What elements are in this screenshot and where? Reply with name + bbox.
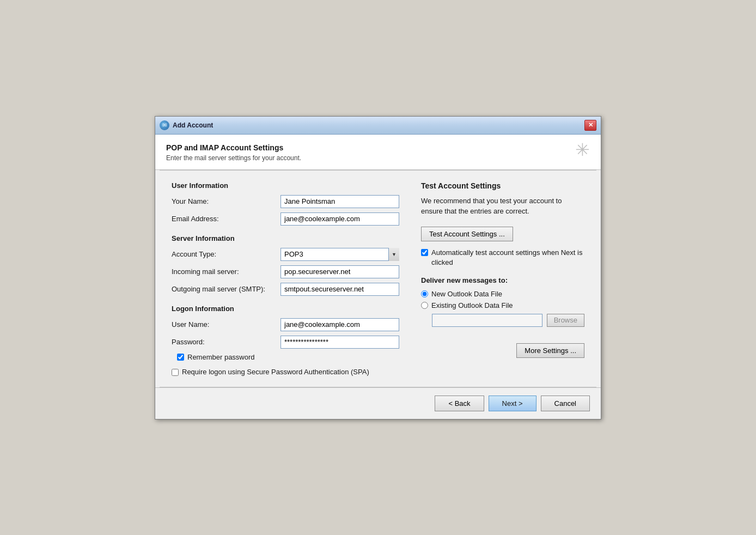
- footer: < Back Next > Cancel: [155, 387, 601, 419]
- new-file-radio-row: New Outlook Data File: [421, 290, 584, 298]
- password-label: Password:: [172, 338, 281, 346]
- password-row: Password:: [172, 336, 399, 349]
- header-title: POP and IMAP Account Settings: [166, 143, 301, 152]
- existing-file-radio-row: Existing Outlook Data File: [421, 301, 584, 309]
- header-text: POP and IMAP Account Settings Enter the …: [166, 143, 301, 162]
- left-panel: User Information Your Name: Email Addres…: [172, 181, 399, 376]
- main-content: User Information Your Name: Email Addres…: [155, 171, 601, 387]
- more-settings-row: More Settings ...: [421, 343, 584, 358]
- email-label: Email Address:: [172, 215, 281, 223]
- outgoing-server-row: Outgoing mail server (SMTP):: [172, 283, 399, 296]
- next-button[interactable]: Next >: [489, 396, 536, 411]
- your-name-row: Your Name:: [172, 195, 399, 208]
- auto-test-label: Automatically test account settings when…: [431, 248, 584, 268]
- incoming-server-label: Incoming mail server:: [172, 268, 281, 276]
- close-button[interactable]: ✕: [584, 120, 596, 131]
- user-info-title: User Information: [172, 181, 399, 190]
- incoming-server-row: Incoming mail server:: [172, 265, 399, 278]
- spa-label: Require logon using Secure Password Auth…: [182, 368, 369, 376]
- incoming-server-input[interactable]: [281, 265, 399, 278]
- deliver-title: Deliver new messages to:: [421, 276, 584, 284]
- back-button[interactable]: < Back: [435, 396, 484, 411]
- right-panel: Test Account Settings We recommend that …: [421, 181, 584, 376]
- remember-password-checkbox[interactable]: [177, 354, 184, 361]
- window-icon: ✉: [160, 120, 169, 130]
- username-input[interactable]: [281, 318, 399, 331]
- username-row: User Name:: [172, 318, 399, 331]
- test-description: We recommend that you test your account …: [421, 196, 584, 217]
- account-type-wrapper: POP3 IMAP ▼: [281, 248, 399, 261]
- window-title: Add Account: [173, 121, 213, 129]
- titlebar: ✉ Add Account ✕: [155, 117, 601, 135]
- more-settings-button[interactable]: More Settings ...: [516, 343, 584, 358]
- add-account-window: ✉ Add Account ✕ POP and IMAP Account Set…: [155, 116, 601, 420]
- account-type-row: Account Type: POP3 IMAP ▼: [172, 248, 399, 261]
- browse-row: Browse: [432, 314, 584, 327]
- cursor-icon: ✳: [575, 141, 590, 159]
- existing-file-label: Existing Outlook Data File: [431, 301, 513, 309]
- email-input[interactable]: [281, 212, 399, 226]
- new-file-radio[interactable]: [421, 290, 428, 297]
- password-input[interactable]: [281, 336, 399, 349]
- spa-row: Require logon using Secure Password Auth…: [172, 368, 399, 376]
- browse-button[interactable]: Browse: [547, 314, 584, 327]
- email-row: Email Address:: [172, 212, 399, 226]
- outgoing-server-label: Outgoing mail server (SMTP):: [172, 285, 281, 293]
- username-label: User Name:: [172, 320, 281, 329]
- spa-checkbox[interactable]: [172, 369, 179, 376]
- auto-test-row: Automatically test account settings when…: [421, 248, 584, 268]
- outgoing-server-input[interactable]: [281, 283, 399, 296]
- account-type-label: Account Type:: [172, 250, 281, 258]
- your-name-input[interactable]: [281, 195, 399, 208]
- browse-input[interactable]: [432, 314, 542, 327]
- account-type-select[interactable]: POP3 IMAP: [281, 248, 399, 261]
- test-section-title: Test Account Settings: [421, 181, 584, 190]
- header-subtitle: Enter the mail server settings for your …: [166, 154, 301, 162]
- header-section: POP and IMAP Account Settings Enter the …: [155, 135, 601, 170]
- existing-file-radio[interactable]: [421, 302, 428, 309]
- titlebar-left: ✉ Add Account: [160, 120, 213, 130]
- test-account-button[interactable]: Test Account Settings ...: [421, 227, 513, 241]
- new-file-label: New Outlook Data File: [431, 290, 502, 298]
- auto-test-checkbox[interactable]: [421, 249, 428, 256]
- logon-info-title: Logon Information: [172, 305, 399, 313]
- server-info-title: Server Information: [172, 234, 399, 242]
- remember-password-label: Remember password: [187, 353, 255, 361]
- cancel-button[interactable]: Cancel: [541, 396, 590, 411]
- your-name-label: Your Name:: [172, 197, 281, 205]
- remember-password-row: Remember password: [177, 353, 399, 361]
